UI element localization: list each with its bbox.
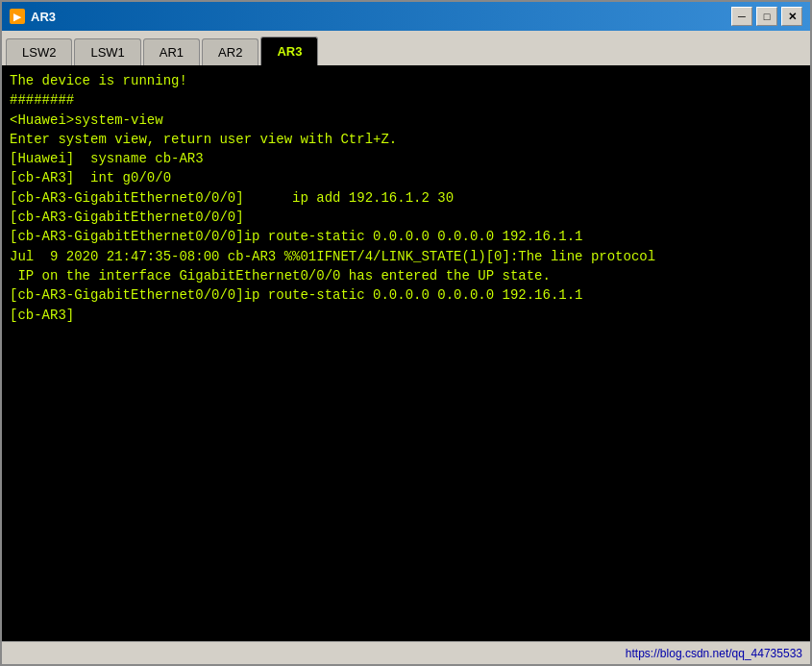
status-url: https://blog.csdn.net/qq_44735533 xyxy=(626,647,802,660)
title-bar-left: ▶ AR3 xyxy=(10,9,56,24)
tab-ar3[interactable]: AR3 xyxy=(260,37,318,65)
terminal-area[interactable]: The device is running! ######## <Huawei>… xyxy=(2,65,810,641)
app-icon: ▶ xyxy=(10,9,25,24)
restore-button[interactable]: □ xyxy=(756,7,777,26)
window-title: AR3 xyxy=(31,10,56,24)
status-bar: https://blog.csdn.net/qq_44735533 xyxy=(2,641,810,664)
title-bar: ▶ AR3 ─ □ ✕ xyxy=(2,2,810,31)
tab-lsw2[interactable]: LSW2 xyxy=(6,38,72,65)
close-button[interactable]: ✕ xyxy=(781,7,802,26)
tab-lsw1[interactable]: LSW1 xyxy=(74,38,140,65)
title-controls: ─ □ ✕ xyxy=(731,7,802,26)
tab-bar: LSW2 LSW1 AR1 AR2 AR3 xyxy=(2,31,810,65)
tab-ar2[interactable]: AR2 xyxy=(202,38,258,65)
minimize-button[interactable]: ─ xyxy=(731,7,752,26)
main-window: ▶ AR3 ─ □ ✕ LSW2 LSW1 AR1 AR2 AR3 The de… xyxy=(0,0,812,666)
terminal-output: The device is running! ######## <Huawei>… xyxy=(10,71,802,325)
tab-ar1[interactable]: AR1 xyxy=(143,38,200,65)
